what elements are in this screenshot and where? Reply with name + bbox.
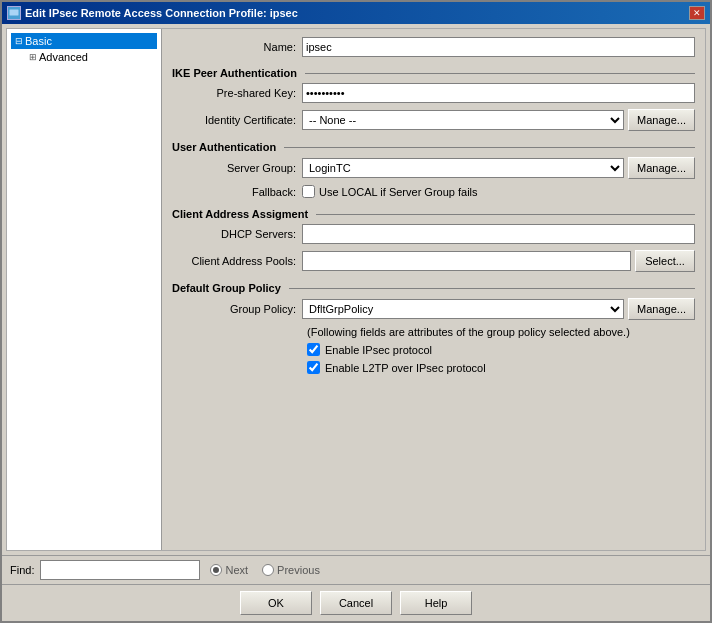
group-policy-manage-button[interactable]: Manage... [628, 298, 695, 320]
client-address-section-header: Client Address Assigment [172, 208, 695, 220]
fallback-checkbox[interactable] [302, 185, 315, 198]
ike-section-header: IKE Peer Authentication [172, 67, 695, 79]
enable-ipsec-label: Enable IPsec protocol [325, 344, 432, 356]
cancel-button[interactable]: Cancel [320, 591, 392, 615]
client-address-pools-label: Client Address Pools: [172, 255, 302, 267]
name-row: Name: [172, 37, 695, 57]
previous-button[interactable]: Previous [258, 564, 324, 576]
sidebar-item-label-advanced: Advanced [39, 51, 88, 63]
dhcp-servers-row: DHCP Servers: [172, 224, 695, 244]
client-pools-wrap: Select... [302, 250, 695, 272]
svg-rect-1 [11, 16, 17, 17]
fallback-row: Fallback: Use LOCAL if Server Group fail… [172, 185, 695, 198]
sidebar: ⊟ Basic ⊞ Advanced [7, 29, 162, 550]
server-group-select[interactable]: LoginTC [302, 158, 624, 178]
previous-label: Previous [277, 564, 320, 576]
sidebar-item-label-basic: Basic [25, 35, 52, 47]
main-content: ⊟ Basic ⊞ Advanced Name: IKE Peer Authen… [6, 28, 706, 551]
identity-cert-dropdown-wrap: -- None -- Manage... [302, 109, 695, 131]
next-label: Next [225, 564, 248, 576]
next-button[interactable]: Next [206, 564, 252, 576]
form-area: Name: IKE Peer Authentication Pre-shared… [162, 29, 705, 550]
identity-cert-label: Identity Certificate: [172, 114, 302, 126]
server-group-manage-button[interactable]: Manage... [628, 157, 695, 179]
group-policy-dropdown-wrap: DfltGrpPolicy Manage... [302, 298, 695, 320]
dhcp-servers-label: DHCP Servers: [172, 228, 302, 240]
fallback-checkbox-label[interactable]: Use LOCAL if Server Group fails [302, 185, 478, 198]
fallback-checkbox-text: Use LOCAL if Server Group fails [319, 186, 478, 198]
tree-expand-icon: ⊟ [15, 36, 23, 46]
enable-l2tp-label: Enable L2TP over IPsec protocol [325, 362, 486, 374]
help-button[interactable]: Help [400, 591, 472, 615]
title-bar: Edit IPsec Remote Access Connection Prof… [2, 2, 710, 24]
main-window: Edit IPsec Remote Access Connection Prof… [0, 0, 712, 623]
enable-ipsec-checkbox[interactable] [307, 343, 320, 356]
preshared-key-label: Pre-shared Key: [172, 87, 302, 99]
find-bar: Find: Next Previous [2, 555, 710, 584]
enable-l2tp-checkbox[interactable] [307, 361, 320, 374]
client-address-pools-input[interactable] [302, 251, 631, 271]
enable-l2tp-row: Enable L2TP over IPsec protocol [307, 361, 695, 374]
title-icon [7, 6, 21, 20]
user-auth-section-header: User Authentication [172, 141, 695, 153]
client-address-pools-row: Client Address Pools: Select... [172, 250, 695, 272]
find-input[interactable] [40, 560, 200, 580]
identity-cert-manage-button[interactable]: Manage... [628, 109, 695, 131]
fallback-label: Fallback: [172, 186, 302, 198]
svg-rect-2 [10, 17, 18, 18]
group-policy-label: Group Policy: [172, 303, 302, 315]
close-button[interactable]: ✕ [689, 6, 705, 20]
ok-button[interactable]: OK [240, 591, 312, 615]
svg-rect-0 [9, 9, 19, 16]
title-text: Edit IPsec Remote Access Connection Prof… [25, 7, 298, 19]
sidebar-item-basic[interactable]: ⊟ Basic [11, 33, 157, 49]
group-policy-row: Group Policy: DfltGrpPolicy Manage... [172, 298, 695, 320]
client-pools-select-button[interactable]: Select... [635, 250, 695, 272]
sidebar-item-advanced[interactable]: ⊞ Advanced [11, 49, 157, 65]
server-group-row: Server Group: LoginTC Manage... [172, 157, 695, 179]
group-policy-note: (Following fields are attributes of the … [307, 326, 695, 338]
name-label: Name: [172, 41, 302, 53]
tree-collapse-icon: ⊞ [29, 52, 37, 62]
next-radio-dot [210, 564, 222, 576]
dhcp-servers-input[interactable] [302, 224, 695, 244]
identity-cert-select[interactable]: -- None -- [302, 110, 624, 130]
server-group-dropdown-wrap: LoginTC Manage... [302, 157, 695, 179]
preshared-key-row: Pre-shared Key: [172, 83, 695, 103]
group-policy-select[interactable]: DfltGrpPolicy [302, 299, 624, 319]
server-group-label: Server Group: [172, 162, 302, 174]
previous-radio-dot [262, 564, 274, 576]
default-group-policy-section-header: Default Group Policy [172, 282, 695, 294]
preshared-key-input[interactable] [302, 83, 695, 103]
find-label: Find: [10, 564, 34, 576]
bottom-buttons: OK Cancel Help [2, 584, 710, 621]
identity-cert-row: Identity Certificate: -- None -- Manage.… [172, 109, 695, 131]
name-input[interactable] [302, 37, 695, 57]
enable-ipsec-row: Enable IPsec protocol [307, 343, 695, 356]
